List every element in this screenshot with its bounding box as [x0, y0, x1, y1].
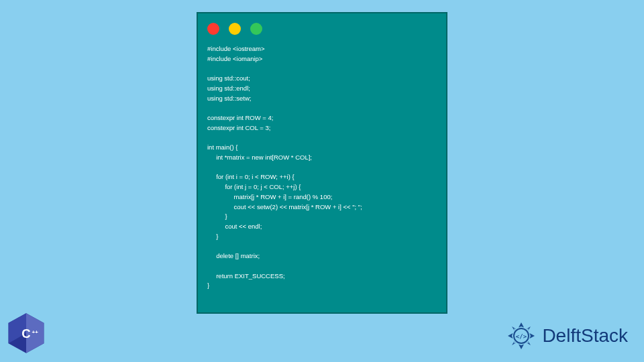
window-controls [207, 23, 437, 35]
svg-text:</>: </> [516, 333, 527, 340]
cpp-badge-icon: C ++ [4, 311, 48, 355]
svg-text:++: ++ [32, 329, 39, 335]
delftstack-logo: </> DelftStack [504, 319, 628, 353]
close-icon[interactable] [207, 23, 219, 35]
delftstack-label: DelftStack [542, 325, 628, 347]
svg-text:C: C [21, 326, 30, 341]
code-content: #include <iostream> #include <iomanip> u… [207, 44, 437, 291]
code-window: #include <iostream> #include <iomanip> u… [197, 12, 447, 314]
delftstack-icon: </> [504, 319, 538, 353]
maximize-icon[interactable] [250, 23, 262, 35]
minimize-icon[interactable] [229, 23, 241, 35]
